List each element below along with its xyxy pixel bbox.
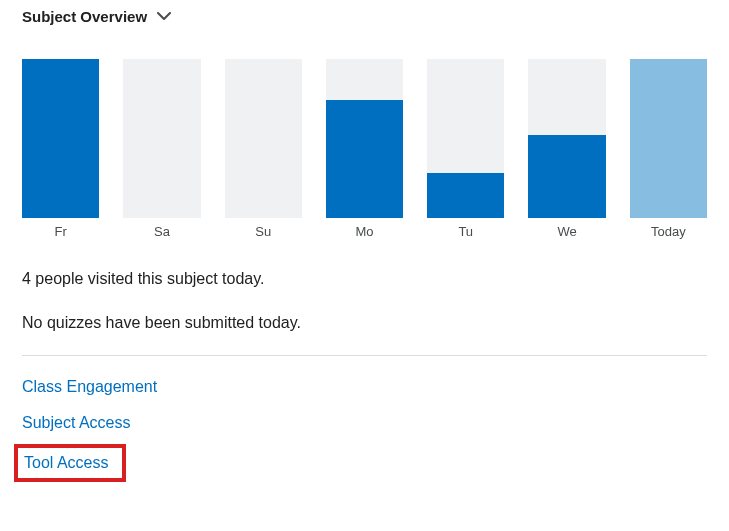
bar-label: We <box>557 224 576 239</box>
bar-fill <box>528 135 605 218</box>
bar-col: Sa <box>123 59 200 239</box>
bar-track <box>326 59 403 218</box>
bar-track <box>225 59 302 218</box>
bar-col: Mo <box>326 59 403 239</box>
subject-access-link[interactable]: Subject Access <box>22 408 131 438</box>
bar-col: We <box>528 59 605 239</box>
chevron-down-icon <box>157 12 171 21</box>
links-section: Class Engagement Subject Access Tool Acc… <box>22 372 707 482</box>
bar-label: Mo <box>355 224 373 239</box>
bar-col: Tu <box>427 59 504 239</box>
bar-fill <box>427 173 504 218</box>
bar-col: Fr <box>22 59 99 239</box>
class-engagement-link[interactable]: Class Engagement <box>22 372 157 402</box>
bar-label: Su <box>255 224 271 239</box>
visits-bar-chart: FrSaSuMoTuWeToday <box>22 59 707 239</box>
tool-access-link[interactable]: Tool Access <box>14 444 126 482</box>
stats-block: 4 people visited this subject today. No … <box>22 267 707 335</box>
quizzes-text: No quizzes have been submitted today. <box>22 311 707 335</box>
bar-track <box>427 59 504 218</box>
bar-track <box>630 59 707 218</box>
bar-label: Today <box>651 224 686 239</box>
subject-overview-dropdown[interactable]: Subject Overview <box>22 8 707 33</box>
bar-track <box>22 59 99 218</box>
bar-track <box>123 59 200 218</box>
header-title: Subject Overview <box>22 8 147 25</box>
bar-label: Fr <box>55 224 67 239</box>
bar-label: Tu <box>458 224 473 239</box>
bar-fill <box>326 100 403 218</box>
bar-track <box>528 59 605 218</box>
bar-fill <box>630 59 707 218</box>
bar-col: Su <box>225 59 302 239</box>
bar-label: Sa <box>154 224 170 239</box>
divider <box>22 355 707 356</box>
bar-col: Today <box>630 59 707 239</box>
bar-fill <box>22 59 99 218</box>
visits-text: 4 people visited this subject today. <box>22 267 707 291</box>
